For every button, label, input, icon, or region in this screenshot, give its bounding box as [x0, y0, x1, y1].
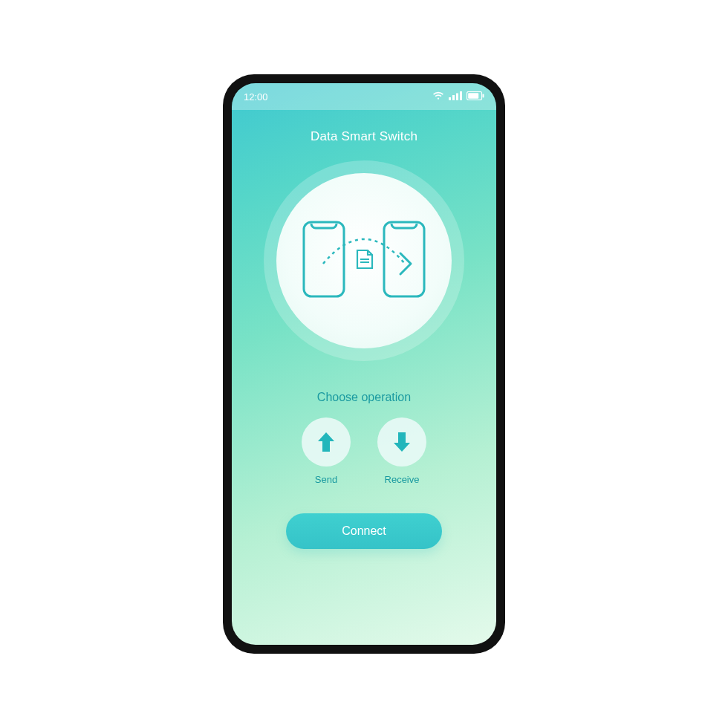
- transfer-icon: [293, 207, 435, 314]
- svg-rect-8: [384, 222, 424, 296]
- operation-options: Send Receive: [232, 417, 496, 485]
- page-title: Data Smart Switch: [232, 129, 496, 144]
- transfer-illustration: [232, 160, 496, 361]
- send-button[interactable]: Send: [302, 417, 351, 485]
- arrow-up-icon: [302, 417, 351, 467]
- svg-rect-5: [468, 93, 478, 99]
- svg-rect-6: [483, 94, 484, 97]
- wifi-icon: [432, 91, 444, 103]
- receive-button[interactable]: Receive: [377, 417, 426, 485]
- svg-rect-2: [456, 93, 458, 100]
- status-icons: [432, 91, 484, 103]
- battery-icon: [467, 91, 484, 103]
- choose-operation-label: Choose operation: [232, 391, 496, 404]
- status-bar: 12:00: [232, 83, 496, 110]
- hero-ring-outer: [264, 160, 464, 361]
- svg-rect-3: [460, 91, 462, 100]
- screen: 12:00 Data Smart Switch: [232, 83, 496, 645]
- receive-label: Receive: [385, 474, 420, 485]
- connect-button[interactable]: Connect: [286, 513, 442, 549]
- signal-icon: [449, 91, 462, 103]
- device-frame: 12:00 Data Smart Switch: [223, 74, 505, 654]
- status-time: 12:00: [244, 91, 268, 103]
- send-label: Send: [315, 474, 337, 485]
- svg-rect-7: [304, 222, 344, 296]
- svg-rect-0: [449, 97, 451, 100]
- arrow-down-icon: [377, 417, 426, 467]
- hero-ring-inner: [276, 173, 452, 348]
- svg-rect-1: [452, 95, 455, 100]
